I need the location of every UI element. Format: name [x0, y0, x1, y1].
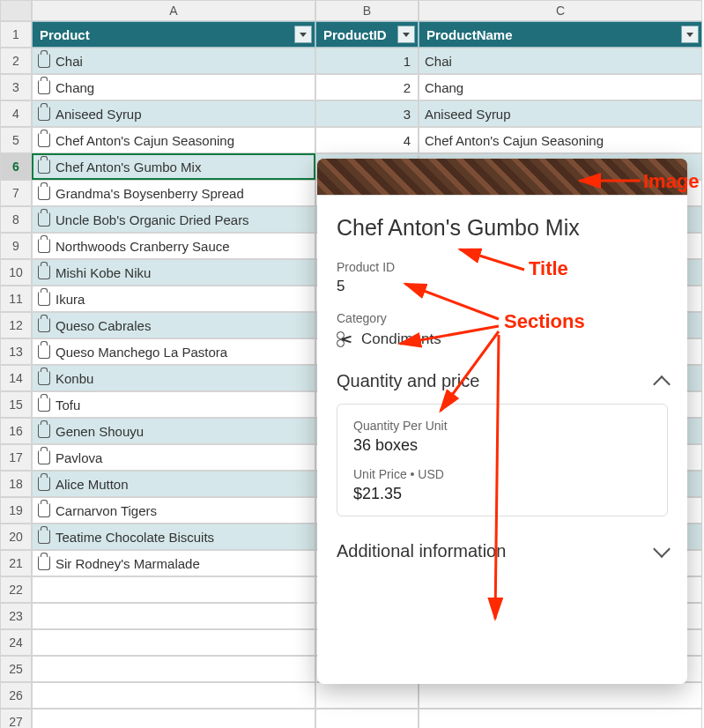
data-cell[interactable]: Genen Shouyu [32, 418, 315, 444]
row-header[interactable]: 22 [0, 576, 32, 603]
category-label: Category [337, 311, 668, 325]
data-cell[interactable]: Ikura [32, 286, 315, 312]
data-cell[interactable]: Alice Mutton [32, 471, 315, 497]
empty-cell[interactable] [32, 709, 315, 728]
data-cell[interactable]: Chai [419, 48, 702, 74]
data-cell[interactable]: 3 [315, 100, 419, 127]
cell-text: Alice Mutton [56, 477, 129, 492]
row-header[interactable]: 25 [0, 656, 32, 682]
datatype-icon [38, 212, 50, 227]
unit-price-value: $21.35 [353, 485, 651, 503]
data-card: Chef Anton's Gumbo Mix Product ID 5 Cate… [317, 159, 687, 684]
filter-button[interactable] [294, 26, 312, 43]
quantity-price-header[interactable]: Quantity and price [337, 371, 668, 391]
col-header[interactable]: A [32, 0, 315, 21]
additional-info-header[interactable]: Additional information [337, 541, 668, 561]
row-header[interactable]: 9 [0, 233, 32, 259]
data-cell[interactable]: Chai [32, 48, 315, 74]
empty-cell[interactable] [315, 682, 419, 709]
row-header[interactable]: 11 [0, 286, 32, 312]
col-header[interactable]: B [315, 0, 419, 21]
filter-button[interactable] [397, 26, 415, 43]
empty-cell[interactable] [32, 656, 315, 682]
cell-text: Pavlova [56, 450, 102, 465]
row-header[interactable]: 18 [0, 471, 32, 497]
select-all[interactable] [0, 0, 32, 21]
row-header[interactable]: 7 [0, 180, 32, 206]
row-header[interactable]: 26 [0, 682, 32, 709]
row-header[interactable]: 10 [0, 259, 32, 286]
cell-text: Aniseed Syrup [56, 107, 142, 122]
row-header[interactable]: 8 [0, 206, 32, 233]
data-cell[interactable]: Chef Anton's Gumbo Mix [32, 153, 315, 180]
empty-cell[interactable] [419, 682, 702, 709]
row-header[interactable]: 14 [0, 365, 32, 391]
col-header[interactable]: C [419, 0, 702, 21]
row-header[interactable]: 6 [0, 153, 32, 180]
empty-cell[interactable] [32, 629, 315, 656]
empty-cell[interactable] [315, 709, 419, 728]
data-cell[interactable]: Pavlova [32, 444, 315, 471]
quantity-price-box: Quantity Per Unit 36 boxes Unit Price • … [337, 404, 668, 516]
data-cell[interactable]: Carnarvon Tigers [32, 497, 315, 524]
row-header[interactable]: 27 [0, 709, 32, 728]
row-header[interactable]: 21 [0, 550, 32, 576]
data-cell[interactable]: Teatime Chocolate Biscuits [32, 524, 315, 550]
chevron-down-icon [653, 540, 671, 558]
row-header[interactable]: 13 [0, 338, 32, 365]
table-header[interactable]: ProductName [419, 21, 702, 48]
cell-text: Konbu [56, 371, 93, 386]
data-cell[interactable]: Chef Anton's Cajun Seasoning [32, 127, 315, 153]
data-cell[interactable]: 4 [315, 127, 419, 153]
datatype-icon [38, 292, 50, 306]
data-cell[interactable]: 2 [315, 74, 419, 100]
data-cell[interactable]: Konbu [32, 365, 315, 391]
row-header[interactable]: 24 [0, 629, 32, 656]
empty-cell[interactable] [32, 576, 315, 603]
cell-text: Grandma's Boysenberry Spread [56, 186, 244, 201]
row-header[interactable]: 20 [0, 524, 32, 550]
row-header[interactable]: 23 [0, 603, 32, 629]
row-header[interactable]: 19 [0, 497, 32, 524]
data-cell[interactable]: Aniseed Syrup [419, 100, 702, 127]
data-cell[interactable]: Chang [419, 74, 702, 100]
data-cell[interactable]: Northwoods Cranberry Sauce [32, 233, 315, 259]
table-header[interactable]: Product [32, 21, 315, 48]
row-header[interactable]: 4 [0, 100, 32, 127]
row-header[interactable]: 17 [0, 444, 32, 471]
row-header[interactable]: 15 [0, 391, 32, 418]
data-cell[interactable]: Sir Rodney's Marmalade [32, 550, 315, 576]
data-cell[interactable]: Chef Anton's Cajun Seasoning [419, 127, 702, 153]
data-cell[interactable]: Grandma's Boysenberry Spread [32, 180, 315, 206]
data-cell[interactable]: Uncle Bob's Organic Dried Pears [32, 206, 315, 233]
data-cell[interactable]: Queso Cabrales [32, 312, 315, 338]
chevron-up-icon [653, 375, 671, 393]
cell-text: Tofu [56, 397, 80, 412]
cell-text: Chai [56, 54, 83, 69]
data-cell[interactable]: Aniseed Syrup [32, 100, 315, 127]
empty-cell[interactable] [419, 709, 702, 728]
datatype-icon [38, 80, 50, 94]
row-header[interactable]: 5 [0, 127, 32, 153]
row-header[interactable]: 1 [0, 21, 32, 48]
datatype-icon [38, 54, 50, 68]
card-body[interactable]: Chef Anton's Gumbo Mix Product ID 5 Cate… [317, 196, 687, 684]
row-header[interactable]: 12 [0, 312, 32, 338]
empty-cell[interactable] [32, 603, 315, 629]
table-header-label: ProductName [426, 27, 513, 42]
data-cell[interactable]: Mishi Kobe Niku [32, 259, 315, 286]
datatype-icon [38, 503, 50, 517]
empty-cell[interactable] [32, 682, 315, 709]
data-cell[interactable]: 1 [315, 48, 419, 74]
data-cell[interactable]: Queso Manchego La Pastora [32, 338, 315, 365]
data-cell[interactable]: Chang [32, 74, 315, 100]
filter-button[interactable] [681, 26, 699, 43]
data-cell[interactable]: Tofu [32, 391, 315, 418]
row-header[interactable]: 16 [0, 418, 32, 444]
row-header[interactable]: 2 [0, 48, 32, 74]
additional-info-title: Additional information [337, 541, 506, 561]
table-header[interactable]: ProductID [315, 21, 419, 48]
qpu-label: Quantity Per Unit [353, 419, 651, 433]
datatype-icon [38, 530, 50, 544]
row-header[interactable]: 3 [0, 74, 32, 100]
